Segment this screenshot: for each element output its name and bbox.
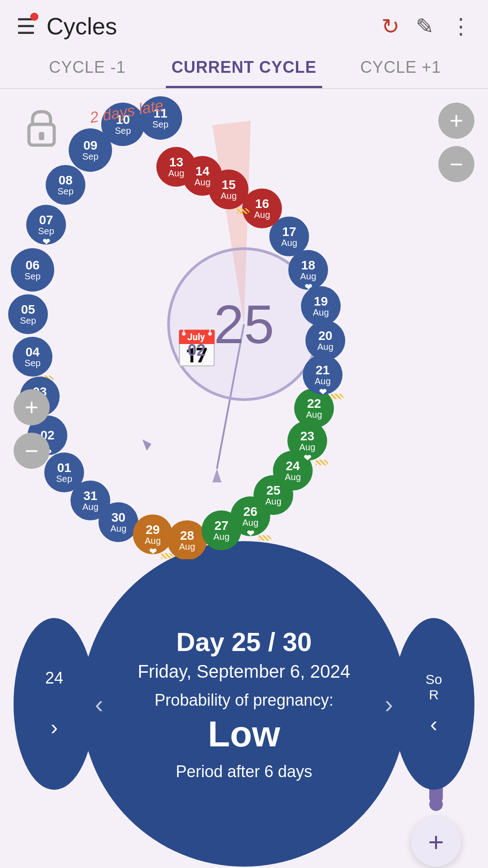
day-dot-18-Aug[interactable]: 18Aug❤ [288, 250, 328, 290]
dot-month: Sep [82, 152, 99, 161]
zoom-out-button[interactable]: − [438, 146, 474, 182]
heart-badge: ❤ [304, 453, 311, 463]
dot-month: Aug [314, 377, 331, 386]
dot-num: 01 [57, 462, 71, 474]
lock-icon[interactable] [23, 107, 60, 156]
center-day-number: 25 [214, 293, 274, 355]
day-dot-30-Aug[interactable]: 30Aug [99, 502, 138, 542]
day-dot-20-Aug[interactable]: 20Aug [305, 321, 345, 360]
edit-icon[interactable]: ✎ [416, 14, 434, 39]
heart-badge: ❤ [319, 387, 327, 397]
heart-badge: ❤ [149, 546, 157, 557]
stripe-badge [258, 535, 271, 541]
dot-num: 16 [255, 198, 269, 210]
stripe-badge [161, 553, 174, 559]
tabs-bar: CYCLE -1 CURRENT CYCLE CYCLE +1 [0, 47, 488, 89]
adj-right-nav[interactable]: ‹ [430, 712, 437, 736]
header: ☰ Cycles ↻ ✎ ⋮ [0, 0, 488, 47]
info-prob-value: Low [208, 713, 280, 755]
info-prob-label: Probability of pregnancy: [155, 691, 333, 710]
day-dot-22-Aug[interactable]: 22Aug [294, 388, 334, 428]
dot-num: 19 [314, 295, 328, 308]
adj-left-nav[interactable]: › [51, 715, 58, 740]
dot-num: 05 [21, 303, 35, 316]
day-dot-08-Sep[interactable]: 08Sep [46, 165, 85, 205]
dot-num: 27 [214, 519, 228, 532]
dot-num: 26 [243, 505, 257, 518]
dot-month: Aug [254, 210, 270, 219]
fab-add-button[interactable]: + [411, 817, 461, 867]
day-dot-21-Aug[interactable]: 21Aug❤ [303, 355, 343, 395]
day-dot-29-Aug[interactable]: 29Aug❤ [133, 514, 173, 554]
dot-month: Sep [56, 474, 72, 483]
zoom-in-button[interactable]: + [438, 103, 474, 139]
more-icon[interactable]: ⋮ [450, 14, 472, 39]
calendar-inner: 📅 02 [174, 328, 219, 371]
dot-month: Sep [38, 226, 54, 236]
dot-month: Aug [221, 191, 237, 200]
dot-month: Aug [179, 542, 195, 551]
zoom-controls-right: + − [438, 103, 474, 182]
info-period-text: Period after 6 days [176, 762, 312, 781]
dot-month: Aug [194, 178, 211, 187]
app-title: Cycles [47, 13, 381, 40]
dot-num: 21 [315, 364, 329, 377]
info-card: ‹ Day 25 / 30 Friday, September 6, 2024 … [81, 541, 407, 867]
dot-month: Aug [281, 238, 297, 247]
header-actions: ↻ ✎ ⋮ [381, 14, 472, 39]
stripe-badge [237, 208, 249, 214]
info-date: Friday, September 6, 2024 [138, 661, 351, 682]
dot-month: Sep [24, 359, 41, 368]
dot-num: 06 [25, 259, 39, 272]
dot-month: Aug [213, 532, 230, 541]
dot-num: 18 [301, 259, 315, 272]
dot-month: Sep [115, 126, 131, 135]
zoom-in-left-button[interactable]: + [14, 389, 50, 425]
dot-num: 04 [25, 346, 39, 359]
day-dot-06-Sep[interactable]: 06Sep [11, 248, 54, 292]
dot-num: 08 [58, 174, 72, 187]
day-dot-28-Aug[interactable]: 28Aug [167, 520, 207, 559]
adj-right-text: SoR [426, 672, 442, 703]
tab-prev-cycle[interactable]: CYCLE -1 [9, 47, 166, 88]
tab-current-cycle[interactable]: CURRENT CYCLE [166, 47, 323, 88]
dot-num: 22 [307, 397, 321, 410]
fab-pin-head [429, 797, 443, 811]
day-dot-13-Aug[interactable]: 13Aug [156, 147, 196, 187]
tab-next-cycle[interactable]: CYCLE +1 [322, 47, 479, 88]
heart-badge: ❤ [42, 236, 50, 247]
dot-num: 17 [282, 226, 296, 238]
dot-num: 14 [195, 165, 209, 178]
dot-month: Sep [20, 316, 36, 325]
refresh-icon[interactable]: ↻ [381, 14, 399, 39]
day-dot-04-Sep[interactable]: 04Sep [13, 337, 52, 377]
day-dot-05-Sep[interactable]: 05Sep [8, 294, 48, 334]
dot-month: Sep [152, 120, 169, 129]
svg-marker-3 [212, 469, 221, 482]
day-dot-09-Sep[interactable]: 09Sep [69, 128, 112, 172]
dot-num: 23 [300, 430, 314, 443]
day-dot-07-Sep[interactable]: 07Sep❤ [26, 205, 66, 245]
dot-num: 28 [180, 529, 194, 542]
svg-marker-4 [142, 439, 151, 451]
card-nav-left[interactable]: ‹ [95, 689, 103, 719]
dot-month: Aug [313, 308, 329, 317]
zoom-controls-left: + − [14, 389, 50, 469]
stripe-badge [331, 394, 343, 399]
heart-badge: ❤ [247, 528, 254, 539]
dot-month: Aug [242, 518, 258, 527]
info-card-container: 24 › ‹ Day 25 / 30 Friday, September 6, … [0, 541, 488, 867]
zoom-out-left-button[interactable]: − [14, 433, 50, 469]
dot-num: 07 [39, 214, 53, 226]
hamburger-button[interactable]: ☰ [16, 14, 36, 39]
notification-dot [30, 13, 38, 21]
dot-month: Aug [265, 497, 282, 506]
dot-month: Aug [306, 410, 322, 419]
dot-num: 30 [111, 511, 125, 524]
dot-month: Aug [285, 472, 301, 481]
dot-month: Aug [110, 524, 127, 533]
card-nav-right[interactable]: › [385, 689, 393, 719]
dot-num: 15 [221, 179, 235, 191]
dot-num: 31 [83, 490, 97, 502]
dot-month: Aug [82, 502, 99, 511]
